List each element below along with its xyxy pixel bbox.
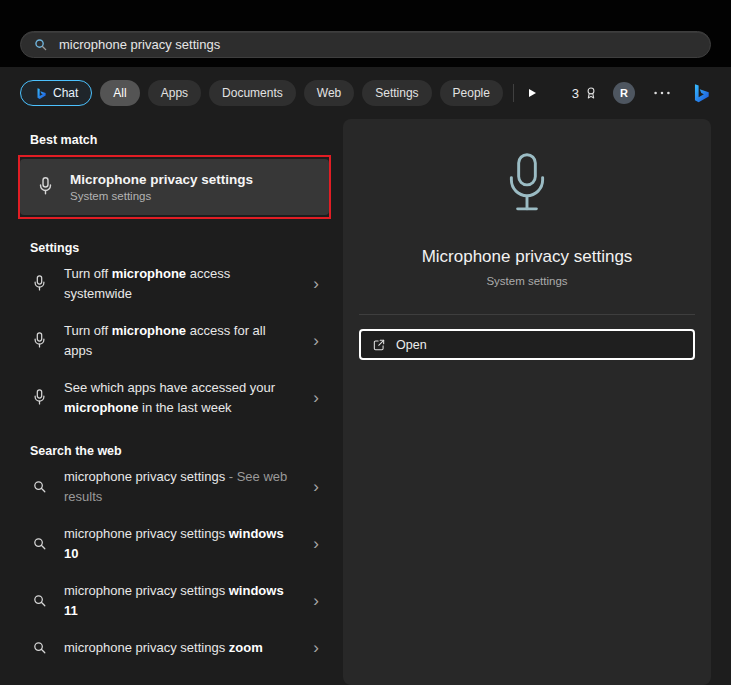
best-match-title: Microphone privacy settings xyxy=(70,172,253,187)
microphone-icon xyxy=(30,274,48,294)
result-text-bold: microphone xyxy=(112,323,186,338)
search-icon xyxy=(30,593,48,608)
web-result-item[interactable]: microphone privacy settings zoom › xyxy=(20,629,329,667)
results-list: Best match Microphone privacy settings S… xyxy=(20,119,335,667)
tab-web[interactable]: Web xyxy=(304,80,354,106)
topbar-right-cluster: 3 R xyxy=(572,82,711,104)
preview-divider xyxy=(359,314,695,315)
avatar[interactable]: R xyxy=(613,82,635,104)
result-text-pre: Turn off xyxy=(64,323,112,338)
filter-tabs-row: Chat All Apps Documents Web Settings Peo… xyxy=(0,67,731,119)
bing-icon[interactable] xyxy=(689,82,711,104)
tab-chat-label: Chat xyxy=(53,86,78,100)
result-text: microphone privacy settings windows 11 xyxy=(64,581,292,620)
open-button-label: Open xyxy=(396,338,427,352)
more-options-button[interactable] xyxy=(650,87,674,99)
search-icon xyxy=(30,640,48,655)
result-text: Turn off microphone access systemwide xyxy=(64,264,292,303)
search-input[interactable] xyxy=(57,36,698,53)
search-box[interactable] xyxy=(20,31,711,58)
rewards-icon xyxy=(584,86,598,100)
tab-people[interactable]: People xyxy=(440,80,503,106)
web-result-item[interactable]: microphone privacy settings - See web re… xyxy=(20,458,329,515)
tab-documents[interactable]: Documents xyxy=(209,80,296,106)
chevron-right-icon: › xyxy=(313,275,325,292)
chevron-right-icon: › xyxy=(313,332,325,349)
tab-chat[interactable]: Chat xyxy=(20,80,92,106)
tab-all[interactable]: All xyxy=(100,80,139,106)
best-match-header: Best match xyxy=(30,133,329,147)
search-icon xyxy=(30,536,48,551)
results-area: Best match Microphone privacy settings S… xyxy=(0,119,731,685)
result-text-pre: Turn off xyxy=(64,266,112,281)
result-text-pre: microphone privacy settings xyxy=(64,640,229,655)
best-match-wrap: Microphone privacy settings System setti… xyxy=(20,159,329,215)
microphone-icon xyxy=(36,176,54,198)
result-text: Turn off microphone access for all apps xyxy=(64,321,292,360)
preview-panel: Microphone privacy settings System setti… xyxy=(343,119,711,685)
play-icon[interactable] xyxy=(522,83,542,103)
rewards-badge[interactable]: 3 xyxy=(572,86,598,101)
result-text-pre: microphone privacy settings xyxy=(64,526,229,541)
tab-apps[interactable]: Apps xyxy=(148,80,201,106)
windows-search-flyout: Chat All Apps Documents Web Settings Peo… xyxy=(0,0,731,685)
search-icon xyxy=(33,37,48,52)
result-text-pre: microphone privacy settings xyxy=(64,583,229,598)
settings-result-item[interactable]: Turn off microphone access for all apps … xyxy=(20,312,329,369)
result-text-pre: microphone privacy settings xyxy=(64,469,225,484)
result-text-bold: microphone xyxy=(64,400,138,415)
open-external-icon xyxy=(372,338,386,352)
tabs-divider xyxy=(513,84,514,102)
settings-header: Settings xyxy=(30,241,329,255)
best-match-item[interactable]: Microphone privacy settings System setti… xyxy=(20,159,329,215)
chevron-right-icon: › xyxy=(313,535,325,552)
result-text: microphone privacy settings windows 10 xyxy=(64,524,292,563)
chevron-right-icon: › xyxy=(313,592,325,609)
preview-subtitle: System settings xyxy=(486,275,567,287)
bing-chat-icon xyxy=(34,87,47,100)
result-text: See which apps have accessed your microp… xyxy=(64,378,292,417)
result-text-bold: zoom xyxy=(229,640,263,655)
microphone-icon xyxy=(30,388,48,408)
best-match-subtitle: System settings xyxy=(70,190,253,202)
web-result-item[interactable]: microphone privacy settings windows 10 › xyxy=(20,515,329,572)
best-match-text: Microphone privacy settings System setti… xyxy=(70,172,253,202)
tab-settings[interactable]: Settings xyxy=(362,80,431,106)
open-button[interactable]: Open xyxy=(359,329,695,360)
result-text: microphone privacy settings zoom xyxy=(64,638,292,658)
result-text-post: in the last week xyxy=(138,400,231,415)
result-text: microphone privacy settings - See web re… xyxy=(64,467,292,506)
search-bar-strip xyxy=(0,0,731,67)
chevron-right-icon: › xyxy=(313,389,325,406)
microphone-icon xyxy=(30,331,48,351)
web-header: Search the web xyxy=(30,444,329,458)
rewards-count: 3 xyxy=(572,86,579,101)
settings-result-item[interactable]: See which apps have accessed your microp… xyxy=(20,369,329,426)
preview-title: Microphone privacy settings xyxy=(422,247,633,267)
chevron-right-icon: › xyxy=(313,478,325,495)
web-result-item[interactable]: microphone privacy settings windows 11 › xyxy=(20,572,329,629)
search-icon xyxy=(30,479,48,494)
result-text-pre: See which apps have accessed your xyxy=(64,380,275,395)
result-text-bold: microphone xyxy=(112,266,186,281)
microphone-large-icon xyxy=(502,151,552,225)
settings-result-item[interactable]: Turn off microphone access systemwide › xyxy=(20,255,329,312)
chevron-right-icon: › xyxy=(313,639,325,656)
